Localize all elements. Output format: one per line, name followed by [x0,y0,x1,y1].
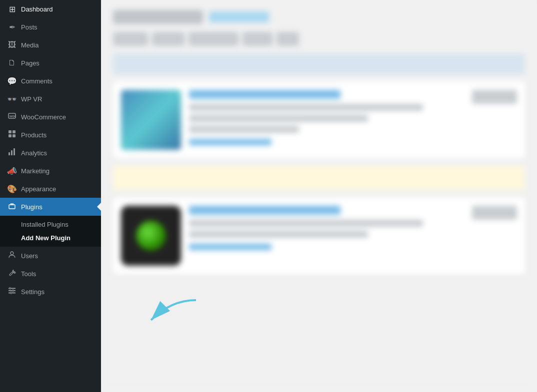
plugin-desc-2b [189,231,368,238]
users-icon [7,251,17,261]
plugin-desc-1c [189,126,299,133]
plugin-link-1 [189,139,272,145]
plugin-row-1 [113,82,525,158]
comments-icon: 💬 [7,76,17,86]
svg-rect-2 [8,130,12,133]
plugin-desc-1b [189,115,368,122]
svg-rect-17 [12,290,14,292]
sidebar-label-plugins: Plugins [21,203,42,211]
dashboard-icon: ⊞ [7,4,17,14]
svg-rect-7 [11,150,12,155]
svg-rect-8 [14,148,15,155]
svg-text:woo: woo [9,114,16,118]
svg-rect-3 [12,130,16,133]
svg-rect-16 [10,288,10,290]
page-title-blur [113,10,203,24]
plugin-content-2 [189,206,464,254]
woocommerce-icon: woo [7,112,17,122]
plugin-desc-1a [189,104,423,111]
sidebar-item-posts[interactable]: ✒ Posts [0,18,101,36]
svg-rect-11 [12,203,14,205]
settings-icon [7,287,17,297]
plugin-desc-2a [189,220,423,227]
svg-rect-15 [8,293,16,294]
filter-bar-blur [113,54,525,74]
pages-icon: 🗋 [7,58,17,67]
svg-rect-6 [8,152,10,155]
sidebar-label-media: Media [21,41,38,49]
plugin-thumb-1 [121,90,181,150]
sidebar-item-comments[interactable]: 💬 Comments [0,72,101,90]
plugins-icon [7,202,17,212]
submenu-installed-plugins[interactable]: Installed Plugins [0,218,101,231]
sidebar-item-pages[interactable]: 🗋 Pages [0,54,101,72]
appearance-icon: 🎨 [7,184,17,194]
sidebar-label-users: Users [21,252,38,260]
plugin-link-2 [189,244,272,250]
sidebar-item-products[interactable]: Products [0,126,101,144]
sidebar-item-media[interactable]: 🖼 Media [0,36,101,54]
plugins-submenu: Installed Plugins Add New Plugin [0,216,101,247]
main-content [101,0,537,392]
sidebar-item-plugins[interactable]: Plugins [0,198,101,216]
sidebar-label-posts: Posts [21,23,38,31]
sidebar-item-dashboard[interactable]: ⊞ Dashboard [0,0,101,18]
blurred-content [101,0,537,392]
svg-rect-18 [10,292,12,294]
sidebar-label-products: Products [21,131,46,139]
plugin-row-2 [113,198,525,274]
sidebar-item-woocommerce[interactable]: woo WooCommerce [0,108,101,126]
sidebar-item-tools[interactable]: Tools [0,265,101,283]
sidebar-label-pages: Pages [21,59,40,67]
tab-blur-5 [276,32,299,46]
tab-blur-4 [242,32,272,46]
sidebar-label-woocommerce: WooCommerce [21,113,66,121]
sidebar-item-users[interactable]: Users [0,247,101,265]
sidebar-item-marketing[interactable]: 📣 Marketing [0,162,101,180]
media-icon: 🖼 [7,40,17,49]
submenu-add-new-plugin[interactable]: Add New Plugin [0,231,101,245]
page-subtitle-blur [209,11,269,22]
sidebar-item-wp-vr[interactable]: 👓 WP VR [0,90,101,108]
plugin-action-btn-2 [472,206,517,220]
plugin-content-1 [189,90,464,149]
plugin-title-1 [189,90,340,99]
sidebar: ⊞ Dashboard ✒ Posts 🖼 Media 🗋 Pages 💬 Co… [0,0,101,392]
plugin-action-btn-1 [472,90,517,104]
svg-rect-10 [10,203,12,205]
warning-bar-blur [113,166,525,190]
svg-point-12 [10,252,14,255]
tab-blur-2 [152,32,184,46]
sidebar-item-appearance[interactable]: 🎨 Appearance [0,180,101,198]
tab-blur-1 [113,32,148,46]
plugin-thumb-2 [121,206,181,266]
sidebar-label-comments: Comments [21,77,52,85]
sidebar-label-appearance: Appearance [21,185,56,193]
svg-rect-5 [12,134,16,137]
plugin-actions-1 [472,90,517,104]
plugin-title-2 [189,206,340,215]
svg-rect-4 [8,134,12,137]
sidebar-label-marketing: Marketing [21,167,50,175]
sidebar-label-tools: Tools [21,270,36,278]
sidebar-label-analytics: Analytics [21,149,47,157]
sidebar-item-analytics[interactable]: Analytics [0,144,101,162]
plugin-actions-2 [472,206,517,220]
wp-vr-icon: 👓 [7,94,17,104]
analytics-icon [7,148,17,158]
sidebar-item-settings[interactable]: Settings [0,283,101,301]
svg-rect-9 [9,205,15,209]
sidebar-label-dashboard: Dashboard [21,5,53,13]
tabs-blur [113,32,525,46]
marketing-icon: 📣 [7,166,17,176]
sidebar-label-settings: Settings [21,288,44,296]
products-icon [7,130,17,140]
sidebar-label-wp-vr: WP VR [21,95,42,103]
tab-blur-3 [188,32,238,46]
posts-icon: ✒ [7,22,17,32]
tools-icon [7,269,17,279]
svg-rect-14 [8,290,16,291]
